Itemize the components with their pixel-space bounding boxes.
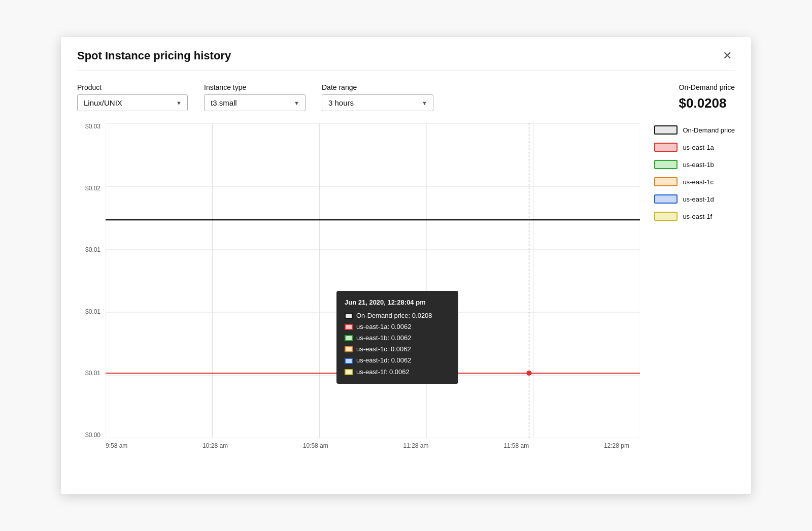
on-demand-label: On-Demand price	[679, 83, 735, 91]
daterange-select-wrapper[interactable]: 1 hour 3 hours 6 hours 12 hours 1 day 3 …	[322, 94, 433, 111]
x-label-0: 9:58 am	[106, 442, 127, 449]
on-demand-value: $0.0208	[679, 95, 735, 111]
product-select-wrapper[interactable]: Linux/UNIX Windows SUSE Linux Red Hat En…	[77, 94, 188, 111]
y-label-2: $0.01	[85, 247, 100, 253]
close-button[interactable]: ✕	[720, 49, 735, 62]
chart-svg	[106, 123, 640, 438]
legend-swatch-1d	[654, 194, 678, 204]
legend-swatch-1a	[654, 143, 678, 152]
chart-svg-container: Jun 21, 2020, 12:28:04 pm On-Demand pric…	[106, 123, 640, 438]
legend-swatch-1f	[654, 212, 678, 221]
legend-item-1f: us-east-1f	[654, 212, 735, 221]
daterange-select[interactable]: 1 hour 3 hours 6 hours 12 hours 1 day 3 …	[322, 94, 433, 111]
daterange-control: Date range 1 hour 3 hours 6 hours 12 hou…	[322, 83, 433, 111]
product-label: Product	[77, 83, 188, 91]
legend-label-1a: us-east-1a	[683, 144, 714, 151]
modal-title: Spot Instance pricing history	[77, 49, 231, 62]
y-label-3: $0.01	[85, 309, 100, 315]
x-label-2: 10:58 am	[303, 442, 328, 449]
y-label-0: $0.03	[85, 123, 100, 129]
legend-label-1b: us-east-1b	[683, 161, 714, 169]
product-control: Product Linux/UNIX Windows SUSE Linux Re…	[77, 83, 188, 111]
instance-type-label: Instance type	[204, 83, 306, 91]
instance-select[interactable]: t3.small t3.micro t3.medium t3.large	[204, 94, 306, 111]
legend-label-1f: us-east-1f	[683, 213, 712, 220]
instance-type-control: Instance type t3.small t3.micro t3.mediu…	[204, 83, 306, 111]
y-axis: $0.03 $0.02 $0.01 $0.01 $0.01 $0.00	[77, 123, 106, 438]
y-label-4: $0.01	[85, 370, 100, 376]
x-label-5: 12:28 pm	[604, 442, 629, 449]
legend-swatch-ondemand	[654, 125, 678, 135]
modal-header: Spot Instance pricing history ✕	[77, 49, 735, 71]
controls-row: Product Linux/UNIX Windows SUSE Linux Re…	[77, 83, 735, 111]
legend-item-1b: us-east-1b	[654, 160, 735, 169]
cursor-dot-1a	[526, 371, 531, 376]
on-demand-price-group: On-Demand price $0.0208	[679, 83, 735, 111]
legend-item-1a: us-east-1a	[654, 143, 735, 152]
instance-select-wrapper[interactable]: t3.small t3.micro t3.medium t3.large ▼	[204, 94, 306, 111]
legend-swatch-1b	[654, 160, 678, 169]
daterange-label: Date range	[322, 83, 433, 91]
x-axis: 9:58 am 10:28 am 10:58 am 11:28 am 11:58…	[77, 438, 735, 449]
x-label-4: 11:58 am	[503, 442, 529, 449]
x-label-3: 11:28 am	[403, 442, 428, 449]
chart-area: $0.03 $0.02 $0.01 $0.01 $0.01 $0.00	[77, 123, 735, 449]
chart-legend: On-Demand price us-east-1a us-east-1b us…	[640, 123, 735, 438]
chart-row: $0.03 $0.02 $0.01 $0.01 $0.01 $0.00	[77, 123, 735, 438]
x-label-1: 10:28 am	[202, 442, 228, 449]
chart-with-axes: $0.03 $0.02 $0.01 $0.01 $0.01 $0.00	[77, 123, 735, 449]
product-select[interactable]: Linux/UNIX Windows SUSE Linux Red Hat En…	[77, 94, 188, 111]
legend-label-1d: us-east-1d	[683, 195, 714, 203]
legend-item-1c: us-east-1c	[654, 177, 735, 186]
spot-pricing-modal: Spot Instance pricing history ✕ Product …	[61, 37, 751, 494]
legend-label-ondemand: On-Demand price	[683, 126, 735, 134]
y-label-5: $0.00	[85, 432, 100, 438]
legend-swatch-1c	[654, 177, 678, 186]
legend-item-ondemand: On-Demand price	[654, 125, 735, 135]
legend-item-1d: us-east-1d	[654, 194, 735, 204]
y-label-1: $0.02	[85, 185, 100, 191]
legend-label-1c: us-east-1c	[683, 178, 714, 186]
